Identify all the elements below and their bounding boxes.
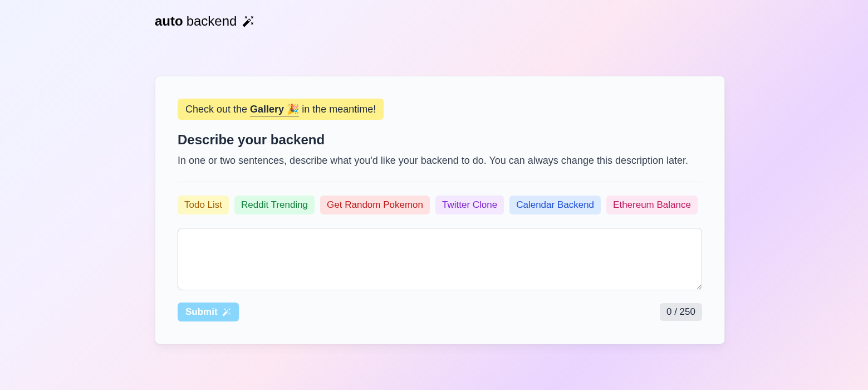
example-chip[interactable]: Get Random Pokemon [320, 196, 430, 214]
gallery-link[interactable]: Gallery 🎉 [250, 104, 299, 116]
example-chip[interactable]: Reddit Trending [234, 196, 315, 214]
example-chip[interactable]: Todo List [178, 196, 229, 214]
banner-suffix: in the meantime! [302, 104, 376, 115]
description-textarea[interactable] [178, 228, 702, 290]
logo-normal: backend [187, 13, 237, 29]
logo-bold: auto [155, 13, 183, 29]
gallery-banner: Check out the Gallery 🎉 in the meantime! [178, 99, 384, 120]
divider [178, 182, 702, 182]
main-card: Check out the Gallery 🎉 in the meantime!… [155, 76, 725, 344]
submit-button[interactable]: Submit [178, 303, 239, 321]
section-heading: Describe your backend [178, 132, 702, 148]
example-chip[interactable]: Calendar Backend [509, 196, 601, 214]
wand-icon [242, 15, 254, 27]
example-chip[interactable]: Ethereum Balance [606, 196, 698, 214]
example-chips: Todo ListReddit TrendingGet Random Pokem… [178, 196, 702, 214]
section-subheading: In one or two sentences, describe what y… [178, 153, 702, 168]
banner-prefix: Check out the [185, 104, 250, 115]
char-counter: 0 / 250 [660, 303, 702, 321]
site-logo[interactable]: auto backend [155, 0, 725, 29]
form-footer: Submit 0 / 250 [178, 303, 702, 321]
example-chip[interactable]: Twitter Clone [435, 196, 504, 214]
wand-icon [222, 308, 231, 316]
submit-label: Submit [185, 306, 218, 318]
